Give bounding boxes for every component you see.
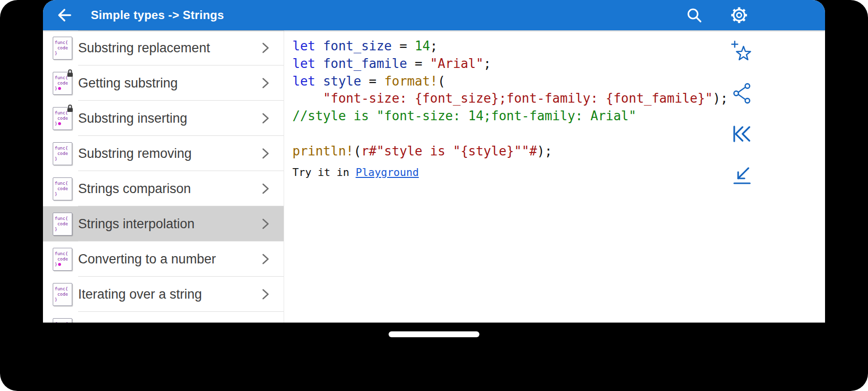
app-bar: Simple types -> Strings <box>43 0 825 30</box>
settings-button[interactable] <box>728 4 750 26</box>
share-nodes-icon <box>730 81 754 105</box>
topic-item-2[interactable]: func{ code}Substring inserting <box>43 101 284 136</box>
topic-item-0[interactable]: func{ code}Substring replacement <box>43 30 284 65</box>
chevron-right-icon <box>258 111 272 125</box>
topic-item-6[interactable]: func{ code}Converting to a number <box>43 241 284 277</box>
app-screen: Simple types -> Strings <box>43 0 825 323</box>
dot-marker <box>58 263 61 266</box>
topic-item-1[interactable]: func{ code}Getting substring <box>43 65 284 101</box>
phone-frame: Simple types -> Strings <box>0 0 868 391</box>
gear-icon <box>730 6 748 24</box>
code-panel: let font_size = 14;let font_famile = "Ar… <box>284 30 825 323</box>
topic-label: Substring removing <box>78 146 258 161</box>
try-it-text: Try it in <box>292 166 350 178</box>
skip-to-start-icon <box>731 123 753 145</box>
code-file-icon: func{ code} <box>53 213 72 236</box>
code-file-icon: func{ code} <box>53 177 72 200</box>
skip-to-start-button[interactable] <box>730 122 754 146</box>
topic-item-7[interactable]: func{ code}Iterating over a string <box>43 277 284 312</box>
topic-item-3[interactable]: func{ code}Substring removing <box>43 136 284 171</box>
favorite-button[interactable] <box>730 40 754 64</box>
code-file-icon: func{ code} <box>53 107 72 130</box>
side-action-bar <box>730 40 754 187</box>
dot-marker <box>58 122 61 125</box>
topic-item-4[interactable]: func{ code}Strings comparison <box>43 171 284 206</box>
content-area: func{ code}Substring replacementfunc{ co… <box>43 30 825 323</box>
back-arrow-icon <box>57 7 73 23</box>
padlock-icon <box>66 104 74 112</box>
chevron-right-icon <box>258 182 272 196</box>
chevron-right-icon <box>258 252 272 266</box>
search-icon <box>686 7 703 23</box>
topic-label: Strings interpolation <box>78 217 258 232</box>
topic-item-5[interactable]: func{ code}Strings interpolation <box>43 206 284 241</box>
back-button[interactable] <box>55 4 75 26</box>
code-file-icon: func{ code} <box>53 318 72 323</box>
topic-label: Converting to a number <box>78 252 258 267</box>
topic-label: Strings comparison <box>78 181 258 196</box>
chevron-right-icon <box>258 287 272 301</box>
topic-label: Iterating over a string <box>78 287 258 302</box>
chevron-right-icon <box>258 217 272 231</box>
star-add-icon <box>730 40 754 64</box>
code-file-icon: func{ code} <box>53 248 72 271</box>
arrow-bottom-left-icon <box>731 164 753 186</box>
topics-list: func{ code}Substring replacementfunc{ co… <box>43 30 284 323</box>
search-button[interactable] <box>683 4 705 26</box>
chevron-right-icon <box>258 41 272 55</box>
code-file-icon: func{ code} <box>53 283 72 306</box>
share-button[interactable] <box>730 81 754 105</box>
topic-label: Substring inserting <box>78 111 258 126</box>
playground-link[interactable]: Playground <box>355 166 418 178</box>
topic-label: Getting substring <box>78 76 258 91</box>
chevron-right-icon <box>258 147 272 160</box>
topic-item-8[interactable]: func{ code}Change the case of <box>43 312 284 323</box>
code-file-icon: func{ code} <box>53 37 72 60</box>
code-file-icon: func{ code} <box>53 72 72 95</box>
chevron-right-icon <box>258 76 272 90</box>
home-indicator[interactable] <box>389 331 479 337</box>
page-title: Simple types -> Strings <box>91 8 224 22</box>
dot-marker <box>58 87 61 90</box>
move-to-bottom-button[interactable] <box>730 163 754 187</box>
padlock-icon <box>66 69 74 77</box>
topic-label: Change the case of <box>78 322 258 323</box>
topic-label: Substring replacement <box>78 41 258 56</box>
code-file-icon: func{ code} <box>53 142 72 165</box>
